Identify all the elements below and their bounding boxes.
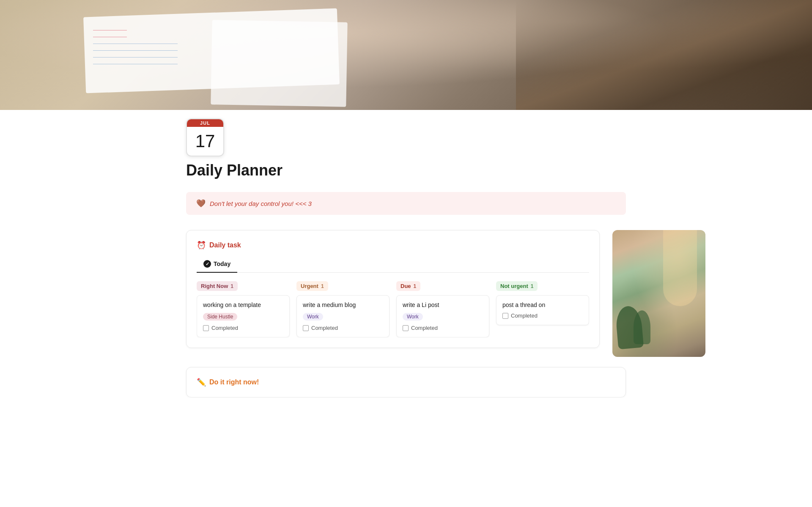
- page-title: Daily Planner: [186, 162, 626, 179]
- task-checkbox-right-now[interactable]: [203, 325, 209, 331]
- task-completed-not-urgent: Completed: [502, 312, 583, 319]
- alarm-icon: ⏰: [197, 241, 206, 250]
- task-title-urgent: write a medium blog: [303, 301, 383, 308]
- task-completed-label-urgent: Completed: [311, 325, 338, 331]
- do-it-section: ✏️ Do it right now!: [186, 367, 626, 397]
- tab-today[interactable]: ✓ Today: [197, 257, 237, 273]
- kanban-board: Right Now 1 working on a template Side H…: [197, 281, 589, 337]
- task-card-due[interactable]: write a Li post Work Completed: [396, 295, 489, 337]
- task-tag-side-hustle: Side Hustle: [203, 313, 237, 321]
- side-image: [612, 230, 705, 357]
- calendar-icon: JUL 17: [186, 118, 224, 156]
- col-label-text-right-now: Right Now: [201, 283, 228, 289]
- task-completed-label-due: Completed: [411, 325, 438, 331]
- quote-heart-icon: 🤎: [196, 199, 206, 208]
- task-card-not-urgent[interactable]: post a thread on Completed: [496, 295, 589, 325]
- col-count-urgent: 1: [321, 283, 324, 289]
- main-layout: ⏰ Daily task ✓ Today Right Now 1: [186, 230, 626, 357]
- tab-check-icon: ✓: [203, 260, 211, 268]
- calendar-month: JUL: [187, 119, 223, 127]
- kanban-col-urgent: Urgent 1 write a medium blog Work Comple…: [296, 281, 390, 337]
- col-count-right-now: 1: [230, 283, 233, 289]
- bottom-section: ✏️ Do it right now!: [186, 367, 626, 397]
- do-it-title: Do it right now!: [209, 378, 259, 386]
- col-label-not-urgent: Not urgent 1: [496, 281, 538, 291]
- col-label-right-now: Right Now 1: [197, 281, 238, 291]
- tab-today-label: Today: [214, 260, 230, 267]
- task-checkbox-not-urgent[interactable]: [502, 313, 508, 319]
- task-checkbox-due[interactable]: [403, 325, 409, 331]
- quote-text: Don't let your day control you! <<< 3: [210, 200, 312, 207]
- section-title: Daily task: [209, 241, 241, 249]
- task-tag-work-due: Work: [403, 313, 423, 321]
- col-label-text-due: Due: [401, 283, 411, 289]
- col-label-text-not-urgent: Not urgent: [500, 283, 528, 289]
- task-title-not-urgent: post a thread on: [502, 301, 583, 308]
- col-label-text-urgent: Urgent: [301, 283, 318, 289]
- calendar-day: 17: [187, 127, 223, 156]
- task-completed-due: Completed: [403, 325, 483, 331]
- task-card-urgent[interactable]: write a medium blog Work Completed: [296, 295, 390, 337]
- do-it-header: ✏️ Do it right now!: [197, 378, 615, 387]
- pencil-icon: ✏️: [197, 378, 206, 387]
- col-label-urgent: Urgent 1: [296, 281, 328, 291]
- col-count-due: 1: [414, 283, 417, 289]
- task-tag-work-urgent: Work: [303, 313, 323, 321]
- kanban-col-not-urgent: Not urgent 1 post a thread on Completed: [496, 281, 589, 337]
- daily-task-section: ⏰ Daily task ✓ Today Right Now 1: [186, 230, 600, 348]
- task-title-due: write a Li post: [403, 301, 483, 308]
- quote-banner: 🤎 Don't let your day control you! <<< 3: [186, 192, 626, 215]
- task-completed-label: Completed: [211, 325, 238, 331]
- section-header: ⏰ Daily task: [197, 241, 589, 250]
- col-count-not-urgent: 1: [531, 283, 534, 289]
- task-completed-label-not-urgent: Completed: [511, 312, 538, 319]
- kanban-col-due: Due 1 write a Li post Work Completed: [396, 281, 489, 337]
- tabs: ✓ Today: [197, 257, 589, 273]
- kanban-col-right-now: Right Now 1 working on a template Side H…: [197, 281, 290, 337]
- task-card-right-now[interactable]: working on a template Side Hustle Comple…: [197, 295, 290, 337]
- col-label-due: Due 1: [396, 281, 420, 291]
- hero-image: [0, 0, 812, 110]
- task-completed-urgent: Completed: [303, 325, 383, 331]
- task-title-right-now: working on a template: [203, 301, 283, 308]
- task-completed-right-now: Completed: [203, 325, 283, 331]
- task-checkbox-urgent[interactable]: [303, 325, 309, 331]
